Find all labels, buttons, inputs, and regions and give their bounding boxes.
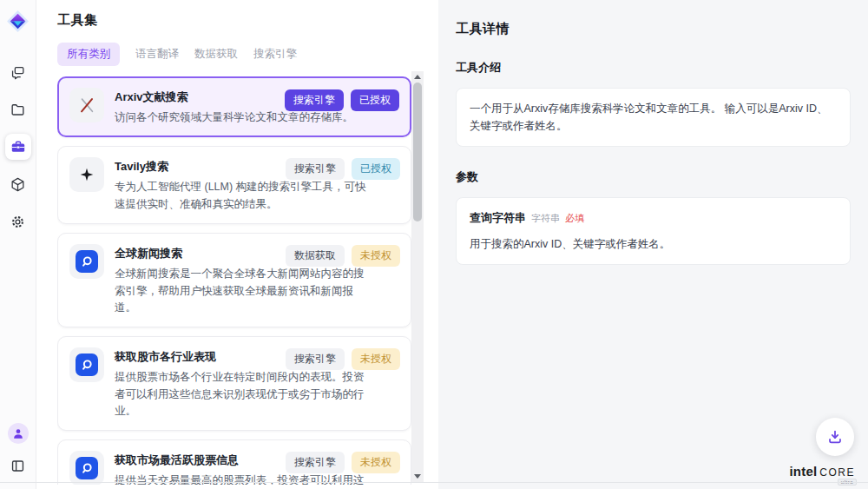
arxiv-tool-icon bbox=[69, 88, 104, 122]
auth-status-badge: 已授权 bbox=[351, 89, 399, 111]
category-badge: 搜索引擎 bbox=[286, 452, 345, 473]
blue-search-logo bbox=[76, 457, 98, 479]
window-bottom-divider bbox=[0, 482, 868, 483]
scroll-down-icon[interactable] bbox=[414, 474, 421, 479]
folder-icon bbox=[10, 102, 26, 118]
user-avatar[interactable] bbox=[8, 423, 29, 444]
sidebar-bottom bbox=[0, 423, 36, 479]
scrollbar-thumb[interactable] bbox=[413, 83, 422, 221]
auth-status-badge: 未授权 bbox=[352, 348, 400, 370]
tool-tags: 搜索引擎未授权 bbox=[286, 348, 400, 370]
tool-tags: 搜索引擎已授权 bbox=[286, 158, 400, 180]
tool-description: 访问各个研究领域大量科学论文和文章的存储库。 bbox=[115, 109, 353, 126]
icon-sidebar bbox=[0, 0, 36, 489]
collapse-panel-icon[interactable] bbox=[5, 453, 31, 479]
params-heading: 参数 bbox=[456, 169, 851, 185]
tool-card[interactable]: 全球新闻搜索全球新闻搜索是一个聚合全球各大新闻网站内容的搜索引擎，帮助用户快速获… bbox=[57, 233, 411, 327]
scroll-up-icon[interactable] bbox=[414, 75, 421, 79]
tool-list: Arxiv文献搜索访问各个研究领域大量科学论文和文章的存储库。搜索引擎已授权Ta… bbox=[57, 76, 411, 485]
app-window: 工具集 所有类别语言翻译数据获取搜索引擎 Arxiv文献搜索访问各个研究领域大量… bbox=[0, 0, 868, 489]
sidebar-item-settings[interactable] bbox=[5, 208, 31, 235]
auth-status-badge: 已授权 bbox=[352, 158, 400, 180]
gear-icon bbox=[10, 214, 26, 230]
intro-heading: 工具介绍 bbox=[456, 60, 851, 76]
sidebar-nav bbox=[5, 59, 31, 235]
param-name: 查询字符串 bbox=[470, 209, 526, 228]
category-tabs: 所有类别语言翻译数据获取搜索引擎 bbox=[57, 43, 438, 66]
tab-0[interactable]: 所有类别 bbox=[57, 43, 120, 66]
tool-description: 全球新闻搜索是一个聚合全球各大新闻网站内容的搜索引擎，帮助用户快速获取全球最新资… bbox=[115, 266, 373, 316]
sidebar-item-cube[interactable] bbox=[5, 171, 31, 197]
tool-tags: 数据获取未授权 bbox=[286, 245, 400, 267]
blue-search-logo bbox=[76, 354, 98, 376]
tab-2[interactable]: 数据获取 bbox=[194, 43, 238, 66]
auth-status-badge: 未授权 bbox=[352, 452, 400, 473]
blueq-tool-icon bbox=[69, 244, 104, 279]
chat-icon bbox=[10, 64, 26, 81]
sidebar-item-toolbox[interactable] bbox=[5, 134, 31, 160]
tool-card[interactable]: Arxiv文献搜索访问各个研究领域大量科学论文和文章的存储库。搜索引擎已授权 bbox=[57, 76, 411, 137]
category-badge: 数据获取 bbox=[286, 245, 345, 267]
blue-search-logo bbox=[76, 250, 98, 273]
tool-list-panel: 工具集 所有类别语言翻译数据获取搜索引擎 Arxiv文献搜索访问各个研究领域大量… bbox=[36, 0, 438, 489]
sidebar-item-folder[interactable] bbox=[5, 96, 31, 122]
download-icon bbox=[825, 427, 845, 446]
param-required-badge: 必填 bbox=[565, 211, 584, 227]
tool-description: 专为人工智能代理 (LLM) 构建的搜索引擎工具，可快速提供实时、准确和真实的结… bbox=[115, 179, 373, 213]
param-header: 查询字符串 字符串 必填 bbox=[470, 209, 837, 228]
intel-core-logo: intel core ultra bbox=[789, 464, 855, 479]
tool-card[interactable]: 获取市场最活跃股票信息提供当天交易量最高的股票列表，投资者可以利用这些信息来识别… bbox=[57, 439, 411, 485]
sidebar-item-chat[interactable] bbox=[5, 59, 31, 85]
list-scrollbar[interactable] bbox=[411, 71, 424, 482]
tool-tags: 搜索引擎已授权 bbox=[285, 89, 399, 111]
tab-3[interactable]: 搜索引擎 bbox=[253, 43, 297, 66]
tool-tags: 搜索引擎未授权 bbox=[286, 452, 400, 473]
blueq-tool-icon bbox=[69, 347, 104, 382]
blueq-tool-icon bbox=[69, 451, 104, 485]
core-wordmark: core bbox=[819, 466, 855, 479]
download-button[interactable] bbox=[816, 418, 854, 456]
app-logo-icon bbox=[6, 9, 30, 33]
cube-icon bbox=[10, 176, 26, 193]
tool-card[interactable]: Tavily搜索专为人工智能代理 (LLM) 构建的搜索引擎工具，可快速提供实时… bbox=[57, 146, 411, 224]
auth-status-badge: 未授权 bbox=[352, 245, 400, 267]
tab-1[interactable]: 语言翻译 bbox=[135, 43, 179, 66]
param-type: 字符串 bbox=[531, 211, 560, 227]
detail-title: 工具详情 bbox=[456, 21, 851, 37]
category-badge: 搜索引擎 bbox=[285, 89, 344, 111]
category-badge: 搜索引擎 bbox=[286, 348, 345, 370]
category-badge: 搜索引擎 bbox=[286, 158, 345, 180]
toolbox-icon bbox=[10, 138, 27, 155]
tool-card[interactable]: 获取股市各行业表现提供股票市场各个行业在特定时间段内的表现。投资者可以利用这些信… bbox=[57, 336, 411, 431]
tool-detail-panel: 工具详情 工具介绍 一个用于从Arxiv存储库搜索科学论文和文章的工具。 输入可… bbox=[438, 0, 868, 489]
param-card: 查询字符串 字符串 必填 用于搜索的Arxiv ID、关键字或作者姓名。 bbox=[456, 197, 851, 265]
tool-description: 提供股票市场各个行业在特定时间段内的表现。投资者可以利用这些信息来识别表现优于或… bbox=[115, 369, 373, 420]
param-description: 用于搜索的Arxiv ID、关键字或作者姓名。 bbox=[470, 235, 837, 253]
page-title: 工具集 bbox=[57, 12, 438, 29]
intel-wordmark: intel bbox=[789, 464, 817, 479]
star-tool-icon bbox=[69, 157, 104, 192]
intro-text: 一个用于从Arxiv存储库搜索科学论文和文章的工具。 输入可以是Arxiv ID… bbox=[470, 102, 828, 132]
intro-card: 一个用于从Arxiv存储库搜索科学论文和文章的工具。 输入可以是Arxiv ID… bbox=[456, 88, 851, 147]
